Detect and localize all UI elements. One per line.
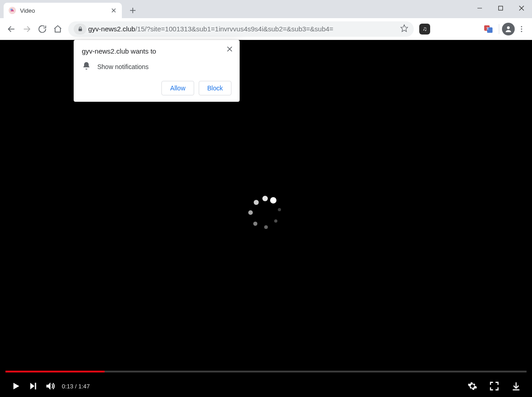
svg-point-19 [521,28,522,30]
popup-close-icon[interactable] [225,45,234,54]
notification-permission-popup: gyv-news2.club wants to Show notificatio… [74,40,240,102]
progress-played [5,371,105,372]
svg-point-5 [10,9,12,10]
tab-close-icon[interactable] [110,7,117,14]
profile-avatar[interactable] [502,23,515,35]
video-controls-bar: 0:13 / 1:47 [0,371,532,397]
browser-toolbar: gyv-news2.club /15/?site=1001313&sub1=1i… [0,18,532,40]
browser-menu-button[interactable] [515,25,528,33]
toolbar-separator [499,24,499,34]
volume-button[interactable] [42,377,59,395]
svg-rect-12 [78,29,82,31]
svg-marker-22 [30,383,35,390]
svg-point-18 [521,26,522,27]
progress-track[interactable] [5,371,527,372]
fullscreen-button[interactable] [486,377,503,395]
block-button[interactable]: Block [199,81,231,95]
svg-point-17 [507,26,510,29]
window-controls [469,0,532,18]
settings-gear-icon[interactable] [464,377,481,395]
svg-text:文: 文 [486,26,489,30]
media-control-icon[interactable]: ♫ [419,24,430,35]
loading-spinner [246,196,286,237]
tab-favicon [8,6,16,15]
translate-icon[interactable]: 文 [482,22,495,36]
permission-request-text: Show notifications [97,63,149,70]
home-button[interactable] [50,21,65,37]
url-domain: gyv-news2.club [88,25,135,33]
svg-marker-13 [401,25,408,32]
maximize-button[interactable] [490,0,511,16]
site-info-button[interactable] [74,24,86,35]
browser-tab[interactable]: Video [4,3,122,18]
play-button[interactable] [7,377,25,395]
svg-rect-1 [499,6,503,10]
bell-icon [82,61,91,72]
time-total: 1:47 [78,383,90,390]
time-display: 0:13 / 1:47 [62,383,90,390]
tab-title: Video [20,7,35,14]
forward-button [19,21,35,37]
minimize-button[interactable] [469,0,490,16]
back-button[interactable] [4,21,19,37]
new-tab-button[interactable] [126,4,139,17]
close-window-button[interactable] [511,0,532,16]
download-button[interactable] [507,377,525,395]
url-path: /15/?site=1001313&sub1=1invrvvus4s9s4i&s… [135,25,333,33]
svg-marker-24 [46,382,50,390]
next-button[interactable] [25,377,42,395]
svg-marker-21 [14,383,20,390]
address-bar[interactable]: gyv-news2.club /15/?site=1001313&sub1=1i… [68,21,414,37]
tab-strip: Video [0,0,532,18]
permission-title: gyv-news2.club wants to [82,47,231,55]
reload-button[interactable] [35,21,50,37]
bookmark-icon[interactable] [400,24,408,34]
svg-point-20 [521,30,522,32]
time-current: 0:13 [62,383,73,390]
allow-button[interactable]: Allow [161,81,194,95]
svg-rect-23 [35,383,36,390]
